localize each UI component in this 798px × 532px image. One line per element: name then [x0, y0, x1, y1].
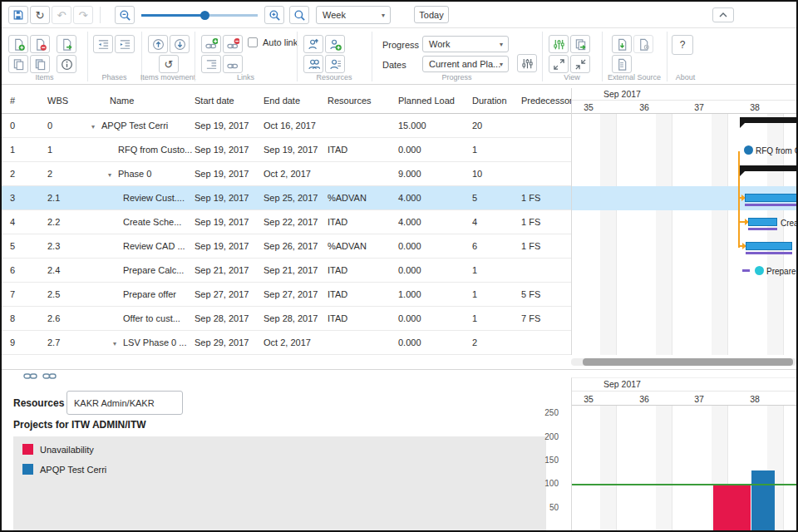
- today-button[interactable]: Today: [414, 6, 449, 23]
- col-header-name[interactable]: Name: [85, 96, 193, 106]
- zoom-slider-handle[interactable]: [200, 11, 209, 20]
- scrollbar-thumb[interactable]: [583, 358, 793, 366]
- weekend-stripe: [712, 114, 727, 355]
- week-number: 37: [694, 102, 704, 112]
- task-bar[interactable]: [746, 242, 792, 250]
- expand-all-button[interactable]: [549, 55, 569, 73]
- progress-settings-button[interactable]: [517, 54, 537, 72]
- row-expand-caret-icon[interactable]: ▾: [113, 340, 123, 347]
- export-view-button[interactable]: [570, 35, 590, 53]
- resources-view-button[interactable]: [303, 55, 323, 73]
- top-toolbar: ↻ ↶ ↷ Week▾ Today: [2, 2, 796, 28]
- item-info-button[interactable]: [57, 55, 76, 73]
- task-bar-selected[interactable]: [745, 194, 796, 202]
- auto-link-checkbox[interactable]: [248, 37, 258, 47]
- task-bar[interactable]: [748, 218, 777, 226]
- redo-button[interactable]: ↷: [73, 6, 93, 24]
- col-header-predecessors[interactable]: Predecessors: [520, 96, 571, 106]
- assign-resource-button[interactable]: [303, 35, 323, 53]
- remove-link-button[interactable]: [223, 35, 243, 53]
- week-number: 35: [584, 102, 594, 112]
- table-row[interactable]: 7 2.5 Prepare offer Sep 27, 2017 Sep 27,…: [2, 283, 571, 307]
- timescale-select[interactable]: Week▾: [316, 6, 391, 24]
- add-link-icon: [205, 38, 218, 51]
- cell-wbs: 1: [47, 145, 85, 155]
- resource-list-button[interactable]: [325, 55, 345, 73]
- table-row[interactable]: 2 2 ▾Phase 0 Sep 19, 2017 Oct 2, 2017 9.…: [2, 162, 571, 186]
- legend-item: APQP Test Cerri: [22, 464, 106, 475]
- col-header-wbs[interactable]: WBS: [47, 96, 85, 106]
- col-header-resources[interactable]: Resources: [326, 96, 397, 106]
- zoom-fit-button[interactable]: [289, 6, 309, 24]
- table-row-selected[interactable]: 3 2.1 Review Cust.... Sep 19, 2017 Sep 2…: [2, 186, 571, 210]
- chain-link-icon[interactable]: [23, 372, 37, 381]
- help-button[interactable]: ?: [672, 35, 693, 55]
- add-item-button[interactable]: [8, 35, 28, 53]
- table-row[interactable]: 4 2.2 Create Sche... Sep 19, 2017 Sep 22…: [2, 210, 571, 234]
- bar-label: Creat...: [781, 219, 796, 228]
- person-up-icon: [308, 38, 320, 51]
- dates-select[interactable]: Current and Pla...▾: [422, 56, 509, 72]
- col-header-planned-load[interactable]: Planned Load: [397, 96, 470, 106]
- gantt-horizontal-scrollbar[interactable]: [571, 358, 796, 366]
- copy-item-button[interactable]: [8, 55, 28, 73]
- resources-label: Resources: [13, 397, 64, 409]
- progress-type-select[interactable]: Work▾: [422, 36, 509, 52]
- external-settings-button[interactable]: [633, 35, 653, 53]
- y-axis-tick: 100: [534, 479, 559, 488]
- progress-label: Progress: [382, 40, 419, 50]
- undo-button[interactable]: ↶: [52, 6, 71, 24]
- refresh-items-button[interactable]: ↺: [159, 55, 179, 73]
- task-name: Prepare Calc...: [123, 265, 184, 275]
- external-doc-button[interactable]: [612, 55, 632, 73]
- remove-item-button[interactable]: [30, 35, 50, 53]
- milestone-marker[interactable]: [744, 145, 753, 155]
- row-expand-caret-icon[interactable]: ▾: [91, 123, 101, 131]
- col-header-num[interactable]: #: [2, 96, 47, 106]
- collapse-toolbar-button[interactable]: [712, 7, 734, 22]
- cell-predecessors: 1 FS: [520, 217, 571, 227]
- add-link-button[interactable]: [201, 35, 221, 53]
- resource-select[interactable]: KAKR Admin/KAKR: [66, 391, 183, 415]
- table-row[interactable]: 9 2.7 ▾LSV Phase 0 ... Sep 29, 2017 Oct …: [2, 331, 571, 355]
- link-type-button-1[interactable]: [201, 55, 221, 73]
- refresh-button[interactable]: ↻: [30, 6, 50, 24]
- cell-start: Sep 19, 2017: [193, 145, 262, 155]
- weekend-stripe: [656, 114, 672, 355]
- table-row[interactable]: 8 2.6 Offer to cust... Sep 28, 2017 Sep …: [2, 307, 571, 331]
- paste-item-button[interactable]: [30, 55, 50, 73]
- move-item-down-button[interactable]: [170, 35, 190, 53]
- collapse-all-button[interactable]: [570, 55, 590, 73]
- filter-view-button[interactable]: [549, 35, 569, 53]
- col-header-duration[interactable]: Duration: [470, 96, 520, 106]
- summary-bar[interactable]: [740, 165, 796, 171]
- cell-num: 1: [2, 145, 47, 155]
- group-label-view: View: [542, 73, 602, 81]
- table-row[interactable]: 1 1 RFQ from Custo... Sep 19, 2017 Sep 1…: [2, 138, 571, 162]
- table-row[interactable]: 5 2.3 Review CAD ... Sep 19, 2017 Sep 26…: [2, 234, 571, 259]
- col-header-start-date[interactable]: Start date: [193, 96, 262, 106]
- outdent-phase-button[interactable]: [93, 35, 113, 53]
- copy-icon: [12, 58, 25, 71]
- import-external-button[interactable]: [612, 35, 632, 53]
- cell-num: 5: [2, 241, 47, 251]
- move-item-up-button[interactable]: [148, 35, 168, 53]
- cell-predecessors: 5 FS: [520, 289, 571, 299]
- summary-bar[interactable]: [740, 117, 796, 123]
- save-button[interactable]: [8, 6, 28, 24]
- row-expand-caret-icon[interactable]: ▾: [108, 171, 118, 179]
- zoom-in-button[interactable]: [264, 6, 284, 24]
- zoom-slider[interactable]: [141, 6, 258, 24]
- col-header-end-date[interactable]: End date: [262, 96, 326, 106]
- add-resource-button[interactable]: [325, 35, 345, 53]
- zoom-in-icon: [268, 9, 281, 22]
- cell-predecessors: 1 FS: [520, 241, 571, 251]
- chain-link-icon-2[interactable]: [42, 372, 57, 381]
- move-item-button[interactable]: [57, 35, 76, 53]
- indent-phase-button[interactable]: [115, 35, 135, 53]
- table-row[interactable]: 6 2.4 Prepare Calc... Sep 21, 2017 Sep 2…: [2, 259, 571, 283]
- zoom-out-button[interactable]: [115, 6, 135, 24]
- table-row[interactable]: 0 0 ▾APQP Test Cerri Sep 19, 2017 Oct 16…: [2, 114, 571, 138]
- link-type-button-2[interactable]: [223, 55, 243, 73]
- milestone-marker[interactable]: [755, 266, 764, 275]
